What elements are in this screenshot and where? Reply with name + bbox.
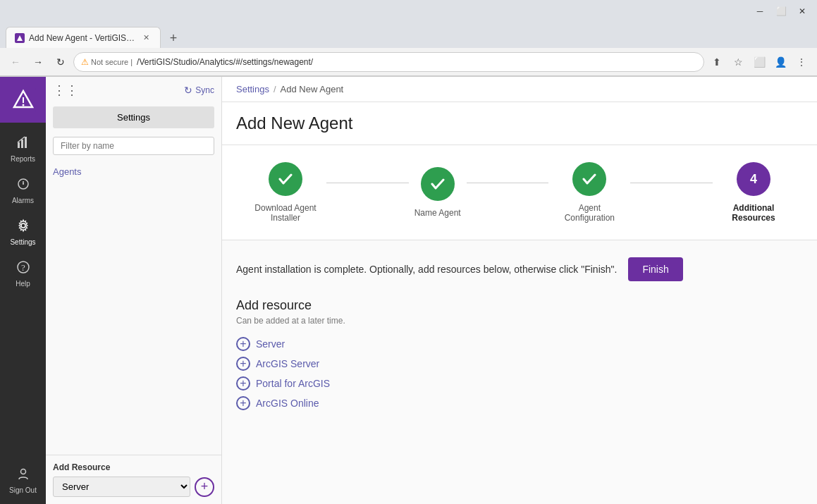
step-connector-3 — [630, 183, 713, 183]
reports-icon — [16, 135, 30, 153]
sidebar-item-alarms[interactable]: Alarms — [0, 170, 46, 211]
share-button[interactable]: ⬆ — [707, 52, 727, 72]
content-body: Agent installation is complete. Optional… — [222, 240, 817, 433]
resource-row-server: + Server — [236, 337, 803, 351]
step-connector-1 — [326, 183, 409, 183]
sync-button[interactable]: ↻ Sync — [184, 85, 214, 96]
step-1-circle — [269, 162, 302, 196]
step-3-circle — [572, 162, 606, 196]
step-4-number: 4 — [750, 172, 757, 187]
settings-icon — [16, 219, 30, 236]
agents-section: Agents — [46, 161, 221, 183]
add-arcgis-online-icon[interactable]: + — [236, 396, 250, 410]
svg-rect-7 — [25, 137, 27, 148]
app-logo — [0, 77, 46, 123]
add-portal-link[interactable]: Portal for ArcGIS — [256, 378, 330, 389]
content-area: Settings / Add New Agent Add New Agent D… — [222, 77, 817, 504]
dark-sidebar: Reports Alarms — [0, 77, 46, 504]
svg-rect-6 — [21, 140, 23, 148]
url-bar-actions: ⬆ ☆ ⬜ 👤 ⋮ — [707, 52, 811, 72]
add-portal-icon[interactable]: + — [236, 376, 250, 391]
filter-input[interactable] — [53, 137, 214, 155]
browser-chrome: ─ ⬜ ✕ Add New Agent - VertiGIS Studi ✕ +… — [0, 0, 817, 77]
add-server-icon[interactable]: + — [236, 337, 250, 351]
sidebar-item-settings[interactable]: Settings — [0, 211, 46, 253]
resource-type-select[interactable]: Server ArcGIS Server Portal for ArcGIS A… — [53, 477, 190, 497]
sidebar-item-reports-label: Reports — [11, 155, 35, 163]
forward-button[interactable]: → — [28, 52, 48, 72]
bookmark-button[interactable]: ☆ — [728, 52, 748, 72]
favicon-icon — [15, 33, 25, 43]
light-sidebar-header: ⋮⋮ ↻ Sync — [46, 77, 221, 104]
menu-button[interactable]: ⋮ — [792, 52, 811, 72]
profile-button[interactable]: 👤 — [770, 52, 790, 72]
url-text: /VertiGIS/Studio/Analytics/#/settings/ne… — [137, 57, 313, 67]
add-resource-title: Add resource — [236, 298, 803, 313]
sidebar-item-alarms-label: Alarms — [12, 197, 34, 204]
svg-marker-0 — [17, 35, 23, 41]
wizard-step-4: 4 Additional Resources — [718, 162, 789, 223]
warning-icon: ⚠ — [81, 57, 89, 67]
signout-icon — [16, 467, 30, 484]
sidebar-item-settings-label: Settings — [10, 238, 35, 246]
sync-icon: ↻ — [184, 85, 192, 96]
not-secure-indicator: ⚠ Not secure | — [81, 57, 133, 67]
tab-bar: Add New Agent - VertiGIS Studi ✕ + — [0, 23, 817, 48]
wizard-step-3: Agent Configuration — [554, 162, 625, 223]
sidebar-dots-icon[interactable]: ⋮⋮ — [53, 82, 78, 98]
breadcrumb-separator: / — [274, 84, 276, 94]
step-1-label: Download Agent Installer — [250, 203, 321, 223]
main-layout: Reports Alarms — [0, 77, 817, 504]
add-resource-plus-button[interactable]: + — [195, 477, 214, 497]
add-server-link[interactable]: Server — [256, 338, 285, 350]
light-sidebar-bottom: Add Resource Server ArcGIS Server Portal… — [46, 455, 221, 504]
resource-select-row: Server ArcGIS Server Portal for ArcGIS A… — [53, 477, 214, 497]
alarms-icon — [16, 177, 30, 195]
settings-panel-button[interactable]: Settings — [53, 106, 214, 128]
close-button[interactable]: ✕ — [793, 4, 811, 18]
split-view-button[interactable]: ⬜ — [749, 52, 769, 72]
sidebar-item-reports[interactable]: Reports — [0, 128, 46, 170]
wizard-steps: Download Agent Installer Name Agent — [222, 145, 817, 240]
wizard-step-2: Name Agent — [414, 167, 461, 218]
wizard-step-1: Download Agent Installer — [250, 162, 321, 223]
resource-row-arcgis-online: + ArcGIS Online — [236, 396, 803, 410]
back-button[interactable]: ← — [6, 52, 25, 72]
resource-row-arcgis-server: + ArcGIS Server — [236, 357, 803, 371]
sidebar-item-help[interactable]: ? Help — [0, 253, 46, 295]
browser-tab[interactable]: Add New Agent - VertiGIS Studi ✕ — [6, 27, 161, 48]
svg-point-14 — [20, 469, 25, 474]
add-arcgis-server-link[interactable]: ArcGIS Server — [256, 358, 319, 369]
tab-close-button[interactable]: ✕ — [140, 32, 152, 44]
restore-button[interactable]: ⬜ — [772, 4, 790, 18]
sign-out-label: Sign Out — [9, 486, 37, 494]
completion-message: Agent installation is complete. Optional… — [236, 257, 803, 281]
tab-title: Add New Agent - VertiGIS Studi — [29, 33, 136, 43]
refresh-button[interactable]: ↻ — [51, 52, 70, 72]
breadcrumb-settings-link[interactable]: Settings — [236, 84, 269, 94]
address-bar: ← → ↻ ⚠ Not secure | /VertiGIS/Studio/An… — [0, 48, 817, 76]
svg-point-11 — [21, 223, 25, 228]
add-arcgis-online-link[interactable]: ArcGIS Online — [256, 398, 319, 409]
svg-point-10 — [23, 183, 24, 185]
step-3-label: Agent Configuration — [554, 203, 625, 223]
add-arcgis-server-icon[interactable]: + — [236, 357, 250, 371]
minimize-button[interactable]: ─ — [751, 4, 769, 18]
sign-out-button[interactable]: Sign Out — [0, 460, 46, 501]
breadcrumb: Settings / Add New Agent — [222, 77, 817, 102]
resource-row-portal: + Portal for ArcGIS — [236, 376, 803, 391]
title-bar: ─ ⬜ ✕ — [0, 0, 817, 23]
finish-button[interactable]: Finish — [628, 257, 682, 281]
help-icon: ? — [16, 260, 30, 278]
new-tab-button[interactable]: + — [164, 28, 183, 48]
completion-text: Agent installation is complete. Optional… — [236, 264, 617, 275]
svg-text:?: ? — [21, 262, 25, 273]
add-resource-subtitle: Can be added at a later time. — [236, 316, 803, 326]
svg-point-4 — [22, 104, 24, 106]
step-4-label: Additional Resources — [718, 203, 789, 223]
sidebar-nav: Reports Alarms — [0, 123, 46, 460]
step-4-circle: 4 — [737, 162, 770, 196]
agents-link[interactable]: Agents — [53, 166, 81, 177]
breadcrumb-current: Add New Agent — [281, 84, 344, 94]
url-bar[interactable]: ⚠ Not secure | /VertiGIS/Studio/Analytic… — [73, 52, 704, 72]
